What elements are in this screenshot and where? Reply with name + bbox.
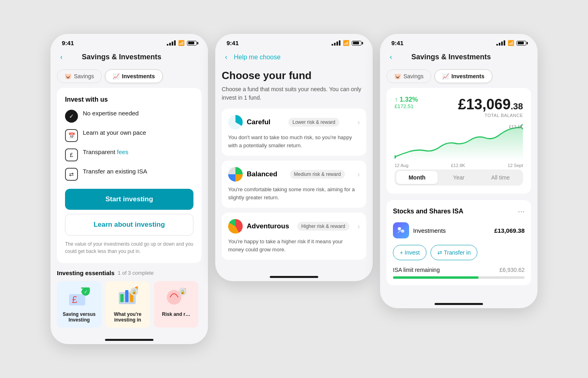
status-icons-2: 📶 — [332, 40, 361, 46]
back-button-2[interactable]: ‹ — [222, 51, 231, 63]
nav-title-1: Savings & Investments — [66, 53, 177, 61]
tab-investments-1[interactable]: 📈 Investments — [105, 69, 163, 83]
feature-item-1: ✓ No expertise needed — [65, 110, 193, 123]
fund-arrow-balanced: › — [357, 170, 360, 179]
essentials-card-3[interactable]: 🌈 🔒 Risk and r… — [154, 281, 198, 328]
calendar-icon: 📅 — [65, 129, 78, 142]
status-time-2: 9:41 — [227, 40, 239, 46]
careful-icon — [228, 115, 243, 129]
fund-header: Choose your fund Choose a fund that most… — [215, 68, 373, 109]
balanced-icon — [228, 167, 243, 182]
essentials-card-2[interactable]: 🌈 🔒 What you're investing in — [105, 281, 150, 328]
fund-badge-adventurous: Higher risk & reward — [297, 222, 349, 231]
feature-text-3: Transparent fees — [83, 148, 128, 155]
fund-arrow-adventurous: › — [357, 222, 360, 231]
essentials-card-1[interactable]: £ ✓ Saving versus Investing — [57, 281, 101, 328]
help-me-choose-button[interactable]: Help me choose — [231, 52, 284, 63]
portfolio-card: ↑ 1.32% £172.51 £13,069 .38 TOTAL BALANC… — [386, 88, 531, 194]
transfer-in-button[interactable]: ⇄ Transfer in — [430, 245, 477, 260]
essentials-progress: 1 of 3 complete — [118, 270, 154, 276]
isa-header: Stocks and Shares ISA ··· — [393, 207, 525, 216]
balance-row: ↑ 1.32% £172.51 £13,069 .38 TOTAL BALANC… — [395, 96, 523, 118]
nav-bar-2: ‹ Help me choose — [215, 50, 373, 68]
svg-text:£: £ — [72, 294, 77, 305]
isa-limit-row: ISA limit remaining £6,930.62 — [393, 267, 525, 273]
fund-card-careful[interactable]: Careful Lower risk & reward › You don't … — [222, 109, 366, 156]
chart-date-end: 12 Sept — [508, 163, 523, 168]
screen-content-2: Careful Lower risk & reward › You don't … — [215, 109, 373, 271]
feature-text-2: Learn at your own pace — [83, 129, 146, 136]
tab-savings-3[interactable]: 🐷 Savings — [386, 69, 431, 83]
limit-fill — [393, 276, 479, 279]
tab-investments-3[interactable]: 📈 Investments — [435, 69, 492, 83]
fees-link[interactable]: fees — [117, 148, 128, 155]
tab-savings-1[interactable]: 🐷 Savings — [57, 69, 102, 83]
fund-card-balanced[interactable]: Balanced Medium risk & reward › You're c… — [222, 161, 366, 208]
tab-row-3: 🐷 Savings 📈 Investments — [380, 68, 538, 88]
battery-icon-2 — [352, 41, 361, 46]
tab-row-1: 🐷 Savings 📈 Investments — [50, 68, 208, 88]
fund-card-adventurous[interactable]: Adventurous Higher risk & reward › You'r… — [222, 213, 366, 260]
savings-icon-3: 🐷 — [394, 73, 401, 79]
status-icons-3: 📶 — [496, 40, 526, 46]
invest-title: Invest with us — [65, 96, 193, 103]
back-button-3[interactable]: ‹ — [386, 51, 395, 63]
total-label: TOTAL BALANCE — [458, 113, 523, 118]
adventurous-icon — [228, 219, 243, 234]
svg-point-14 — [398, 227, 401, 230]
signal-icon-1 — [167, 40, 176, 46]
fund-desc-adventurous: You're happy to take a higher risk if it… — [228, 238, 360, 253]
lock-badge-3: 🔒 — [178, 288, 187, 296]
isa-more-button[interactable]: ··· — [518, 207, 525, 216]
essentials-img-3: 🌈 🔒 — [164, 286, 188, 308]
period-tab-alltime[interactable]: All time — [480, 171, 521, 184]
essentials-label-3: Risk and r… — [159, 311, 193, 317]
disclaimer-text: The value of your investments could go u… — [65, 240, 193, 255]
period-tab-year[interactable]: Year — [438, 171, 479, 184]
signal-icon-2 — [332, 40, 340, 46]
change-percent: ↑ 1.32% — [395, 96, 418, 103]
chart-date-start: 12 Aug — [395, 163, 408, 168]
period-tab-month[interactable]: Month — [396, 171, 438, 184]
feature-item-4: ⇄ Transfer an existing ISA — [65, 168, 193, 181]
invest-card: Invest with us ✓ No expertise needed 📅 L… — [57, 88, 202, 263]
isa-section: Stocks and Shares ISA ··· Investments — [386, 200, 531, 285]
portfolio-chart — [395, 124, 523, 161]
status-time-1: 9:41 — [62, 40, 74, 46]
fund-arrow-careful: › — [357, 118, 360, 127]
screens-container: 9:41 📶 ‹ Savings & Investments 🐷 Savings — [50, 34, 538, 344]
svg-rect-7 — [125, 290, 128, 302]
investments-icon-1: 📈 — [113, 73, 120, 79]
total-balance: £13,069 — [458, 96, 510, 113]
learn-investing-button[interactable]: Learn about investing — [65, 214, 193, 236]
chart-label-max: £13.1K — [509, 124, 523, 129]
phone-2: 9:41 📶 ‹ Help me choose Choose your fund… — [215, 34, 373, 281]
battery-icon-1 — [187, 41, 197, 46]
check-badge-1: ✓ — [82, 288, 90, 296]
wifi-icon-3: 📶 — [508, 40, 514, 46]
invest-button[interactable]: + Invest — [393, 245, 426, 260]
feature-text-1: No expertise needed — [83, 110, 139, 117]
start-investing-button[interactable]: Start investing — [65, 189, 193, 210]
phone-1: 9:41 📶 ‹ Savings & Investments 🐷 Savings — [50, 34, 208, 344]
essentials-label-1: Saving versus Investing — [62, 311, 97, 323]
isa-investment-row: Investments £13,069.38 — [393, 222, 525, 238]
isa-avatar — [393, 222, 409, 238]
wifi-icon-2: 📶 — [343, 40, 349, 46]
nav-bar-3: ‹ Savings & Investments — [380, 50, 538, 68]
fund-subtitle: Choose a fund that most suits your needs… — [222, 85, 366, 102]
investments-icon-3: 📈 — [442, 73, 449, 79]
feature-text-4: Transfer an existing ISA — [83, 168, 147, 175]
fund-name-adventurous: Adventurous — [247, 222, 289, 230]
total-decimals: .38 — [510, 101, 523, 112]
pound-icon: £ — [65, 148, 78, 161]
fund-name-careful: Careful — [247, 118, 271, 126]
back-button-1[interactable]: ‹ — [57, 51, 66, 63]
fund-name-balanced: Balanced — [247, 170, 277, 178]
fund-desc-balanced: You're comfortable taking some more risk… — [228, 186, 360, 201]
phone-3: 9:41 📶 ‹ Savings & Investments 🐷 Savings — [380, 34, 538, 308]
essentials-header: Investing essentials 1 of 3 complete — [57, 269, 202, 276]
essentials-img-2: 🌈 🔒 — [116, 286, 140, 308]
wifi-icon-1: 📶 — [178, 40, 185, 46]
check-icon: ✓ — [65, 110, 78, 123]
